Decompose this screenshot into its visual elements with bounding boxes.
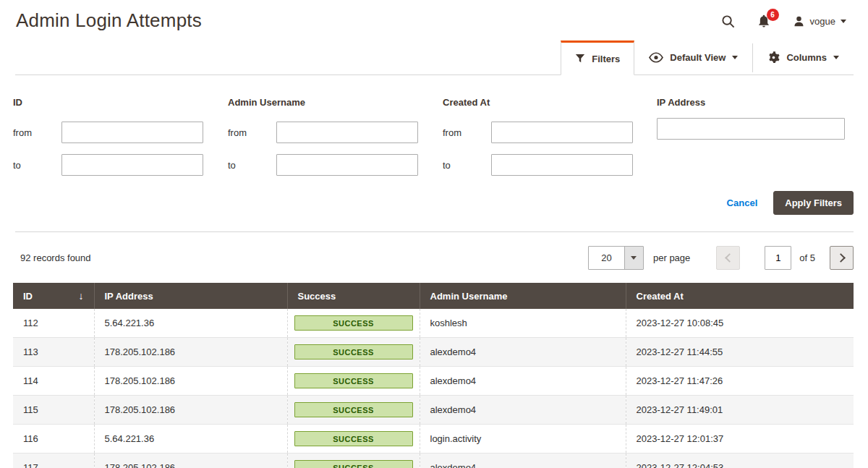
filter-label-created-at: Created At <box>443 97 633 108</box>
cell-admin-username: alexdemo4 <box>420 396 626 425</box>
cell-ip-address: 178.205.102.186 <box>94 396 287 425</box>
login-attempts-table: ID↓IP AddressSuccessAdmin UsernameCreate… <box>13 283 854 468</box>
filter-group-created-at: Created At from to <box>443 97 657 176</box>
eye-icon <box>649 52 663 63</box>
column-header-success[interactable]: Success <box>287 283 420 309</box>
chevron-down-icon <box>833 56 839 59</box>
columns-label: Columns <box>786 52 827 63</box>
gear-icon <box>767 51 780 64</box>
table-body: 1125.64.221.36SUCCESSkoshlesh2023-12-27 … <box>13 309 854 468</box>
total-pages-label: of 5 <box>799 252 815 263</box>
status-badge: SUCCESS <box>294 315 413 331</box>
id-from-input[interactable] <box>61 122 203 143</box>
select-arrow <box>624 247 643 269</box>
from-label: from <box>443 127 491 138</box>
cell-ip-address: 178.205.102.186 <box>94 454 287 468</box>
notification-count-badge: 6 <box>767 9 779 21</box>
user-name: vogue <box>810 16 835 27</box>
default-view-dropdown[interactable]: Default View <box>634 41 752 75</box>
default-view-label: Default View <box>670 52 726 63</box>
cell-id: 114 <box>13 367 94 396</box>
tab-filters[interactable]: Filters <box>561 41 634 75</box>
cell-admin-username: login.activity <box>420 425 626 454</box>
column-header-created-at[interactable]: Created At <box>626 283 854 309</box>
cell-admin-username: alexdemo4 <box>420 454 626 468</box>
pagination: 20 per page of 5 <box>588 246 854 270</box>
cell-created-at: 2023-12-27 11:49:01 <box>626 396 854 425</box>
column-header-id[interactable]: ID↓ <box>13 283 94 309</box>
table-row[interactable]: 115178.205.102.186SUCCESSalexdemo42023-1… <box>13 396 854 425</box>
table-row[interactable]: 114178.205.102.186SUCCESSalexdemo42023-1… <box>13 367 854 396</box>
user-menu[interactable]: vogue <box>793 15 846 27</box>
from-label: from <box>13 127 61 138</box>
column-header-ip-address[interactable]: IP Address <box>94 283 287 309</box>
admin-username-to-input[interactable] <box>276 154 418 176</box>
search-icon[interactable] <box>721 14 735 28</box>
cell-success: SUCCESS <box>287 454 420 468</box>
records-found-count: 92 records found <box>20 252 91 263</box>
to-label: to <box>13 160 61 171</box>
page-title: Admin Login Attempts <box>16 9 202 32</box>
status-badge: SUCCESS <box>294 460 413 468</box>
chevron-down-icon <box>841 20 846 23</box>
status-badge: SUCCESS <box>294 373 413 388</box>
filter-group-ip-address: IP Address <box>657 97 854 176</box>
cell-success: SUCCESS <box>287 338 420 367</box>
current-page-input[interactable] <box>765 246 791 270</box>
admin-username-from-input[interactable] <box>276 122 418 143</box>
sort-descending-icon: ↓ <box>79 290 84 302</box>
chevron-down-icon <box>631 256 637 260</box>
user-icon <box>793 15 805 27</box>
cell-id: 115 <box>13 396 94 425</box>
table-row[interactable]: 117178.205.102.186SUCCESSalexdemo42023-1… <box>13 454 854 468</box>
cell-admin-username: koshlesh <box>420 309 626 338</box>
cell-success: SUCCESS <box>287 367 420 396</box>
filter-label-admin-username: Admin Username <box>228 97 418 108</box>
apply-filters-button[interactable]: Apply Filters <box>773 191 854 215</box>
cell-created-at: 2023-12-27 11:44:55 <box>626 338 854 367</box>
to-label: to <box>443 160 491 171</box>
cell-success: SUCCESS <box>287 425 420 454</box>
cell-success: SUCCESS <box>287 396 420 425</box>
header-actions: 6 vogue <box>721 14 846 28</box>
table-row[interactable]: 113178.205.102.186SUCCESSalexdemo42023-1… <box>13 338 854 367</box>
cell-admin-username: alexdemo4 <box>420 367 626 396</box>
id-to-input[interactable] <box>61 154 203 176</box>
records-bar: 92 records found 20 per page of 5 <box>0 232 868 283</box>
table-row[interactable]: 1125.64.221.36SUCCESSkoshlesh2023-12-27 … <box>13 309 854 338</box>
created-at-from-input[interactable] <box>491 122 633 143</box>
cell-id: 113 <box>13 338 94 367</box>
page-header: Admin Login Attempts 6 vogue <box>0 0 868 41</box>
cell-id: 112 <box>13 309 94 338</box>
filter-panel: ID from to Admin Username from to Create… <box>0 75 868 176</box>
cell-ip-address: 5.64.221.36 <box>94 425 287 454</box>
filter-label-id: ID <box>13 97 203 108</box>
table-header-row: ID↓IP AddressSuccessAdmin UsernameCreate… <box>13 283 854 309</box>
filter-actions: Cancel Apply Filters <box>14 191 854 215</box>
previous-page-button[interactable] <box>716 246 740 270</box>
cell-admin-username: alexdemo4 <box>420 338 626 367</box>
from-label: from <box>228 127 276 138</box>
chevron-right-icon <box>836 253 846 263</box>
cancel-button[interactable]: Cancel <box>727 197 758 208</box>
columns-dropdown[interactable]: Columns <box>753 41 854 75</box>
notifications-bell-icon[interactable]: 6 <box>757 14 771 28</box>
page-size-select[interactable]: 20 <box>588 246 644 270</box>
cell-success: SUCCESS <box>287 309 420 338</box>
next-page-button[interactable] <box>830 246 854 270</box>
cell-ip-address: 178.205.102.186 <box>94 367 287 396</box>
cell-created-at: 2023-12-27 12:01:37 <box>626 425 854 454</box>
page-size-value: 20 <box>589 247 624 269</box>
status-badge: SUCCESS <box>294 344 413 359</box>
column-header-admin-username[interactable]: Admin Username <box>420 283 626 309</box>
created-at-to-input[interactable] <box>491 154 633 176</box>
cell-created-at: 2023-12-27 12:04:53 <box>626 454 854 468</box>
grid-toolbar: Filters Default View Columns <box>15 41 854 75</box>
ip-address-input[interactable] <box>657 118 845 140</box>
cell-id: 116 <box>13 425 94 454</box>
table-row[interactable]: 1165.64.221.36SUCCESSlogin.activity2023-… <box>13 425 854 454</box>
cell-ip-address: 178.205.102.186 <box>94 338 287 367</box>
to-label: to <box>228 160 276 171</box>
filter-group-admin-username: Admin Username from to <box>228 97 443 176</box>
status-badge: SUCCESS <box>294 431 413 446</box>
